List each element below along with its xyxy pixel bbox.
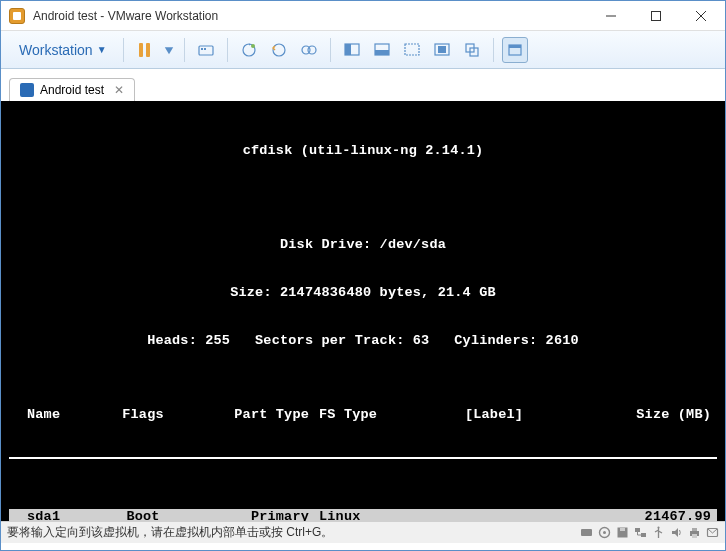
chevron-down-icon: ▼ — [97, 44, 107, 55]
pause-button[interactable] — [132, 37, 158, 63]
send-ctrl-alt-del-button[interactable] — [193, 37, 219, 63]
snapshot-manager-button[interactable] — [296, 37, 322, 63]
svg-rect-5 — [199, 46, 213, 55]
workstation-menu-label: Workstation — [19, 42, 93, 58]
hard-disk-icon[interactable] — [579, 526, 593, 540]
svg-rect-1 — [651, 11, 660, 20]
svg-rect-23 — [509, 45, 521, 48]
svg-rect-7 — [204, 48, 206, 50]
tab-label: Android test — [40, 83, 104, 97]
close-button[interactable] — [678, 1, 723, 30]
svg-rect-29 — [635, 528, 640, 532]
svg-point-9 — [251, 44, 255, 48]
svg-marker-32 — [672, 528, 678, 537]
cell-size: 21467.99 — [569, 509, 717, 521]
col-flags-header: Flags — [87, 407, 199, 423]
header-rule — [9, 457, 717, 459]
svg-rect-30 — [641, 533, 646, 537]
col-fstype-header: FS Type — [319, 407, 419, 423]
snapshot-take-button[interactable] — [236, 37, 262, 63]
network-icon[interactable] — [633, 526, 647, 540]
usb-icon[interactable] — [651, 526, 665, 540]
status-bar: 要将输入定向到该虚拟机，请在虚拟机内部单击或按 Ctrl+G。 — [1, 521, 725, 543]
svg-point-12 — [308, 46, 316, 54]
separator — [184, 38, 185, 62]
disk-geometry-line: Heads: 255 Sectors per Track: 63 Cylinde… — [9, 333, 717, 349]
separator — [123, 38, 124, 62]
printer-icon[interactable] — [687, 526, 701, 540]
workstation-menu[interactable]: Workstation ▼ — [11, 38, 115, 62]
svg-rect-17 — [405, 44, 419, 55]
col-ptype-header: Part Type — [199, 407, 319, 423]
svg-point-31 — [657, 527, 659, 529]
sound-icon[interactable] — [669, 526, 683, 540]
window-title: Android test - VMware Workstation — [33, 9, 588, 23]
message-icon[interactable] — [705, 526, 719, 540]
power-options-button[interactable] — [162, 37, 176, 63]
unity-button[interactable] — [459, 37, 485, 63]
app-icon — [9, 8, 25, 24]
svg-rect-19 — [438, 46, 446, 53]
floppy-icon[interactable] — [615, 526, 629, 540]
snapshot-revert-button[interactable] — [266, 37, 292, 63]
status-message: 要将输入定向到该虚拟机，请在虚拟机内部单击或按 Ctrl+G。 — [7, 524, 579, 541]
tab-android-test[interactable]: Android test ✕ — [9, 78, 135, 101]
partition-row[interactable]: sda1 Boot Primary Linux 21467.99 — [9, 509, 717, 521]
svg-point-26 — [603, 531, 606, 534]
separator — [330, 38, 331, 62]
device-tray — [579, 526, 719, 540]
cell-fstype: Linux — [319, 509, 419, 521]
pause-icon — [139, 43, 150, 57]
cell-label — [419, 509, 569, 521]
svg-rect-6 — [201, 48, 203, 50]
cd-drive-icon[interactable] — [597, 526, 611, 540]
svg-rect-24 — [581, 529, 592, 536]
toolbar: Workstation ▼ — [1, 31, 725, 69]
view-cycle-button[interactable] — [502, 37, 528, 63]
disk-drive-line: Disk Drive: /dev/sda — [9, 237, 717, 253]
svg-rect-35 — [692, 534, 697, 538]
svg-rect-28 — [620, 528, 625, 531]
cfdisk-title: cfdisk (util-linux-ng 2.14.1) — [9, 143, 717, 159]
svg-marker-4 — [164, 47, 172, 54]
cell-name: sda1 — [9, 509, 87, 521]
stretch-guest-button[interactable] — [399, 37, 425, 63]
svg-rect-16 — [375, 50, 389, 55]
titlebar: Android test - VMware Workstation — [1, 1, 725, 31]
col-label-header: [Label] — [419, 407, 569, 423]
show-thumbnails-button[interactable] — [369, 37, 395, 63]
tab-bar: Android test ✕ — [1, 75, 725, 101]
tab-close-button[interactable]: ✕ — [114, 83, 124, 97]
column-header-row: Name Flags Part Type FS Type [Label] Siz… — [9, 407, 717, 423]
maximize-button[interactable] — [633, 1, 678, 30]
guest-terminal[interactable]: cfdisk (util-linux-ng 2.14.1) Disk Drive… — [1, 101, 725, 521]
separator — [493, 38, 494, 62]
minimize-button[interactable] — [588, 1, 633, 30]
cell-flags: Boot — [87, 509, 199, 521]
show-console-button[interactable] — [339, 37, 365, 63]
fullscreen-button[interactable] — [429, 37, 455, 63]
svg-rect-34 — [692, 528, 697, 531]
cell-ptype: Primary — [199, 509, 319, 521]
disk-size-line: Size: 21474836480 bytes, 21.4 GB — [9, 285, 717, 301]
separator — [227, 38, 228, 62]
col-name-header: Name — [9, 407, 87, 423]
vm-icon — [20, 83, 34, 97]
svg-rect-14 — [345, 44, 351, 55]
col-size-header: Size (MB) — [569, 407, 717, 423]
